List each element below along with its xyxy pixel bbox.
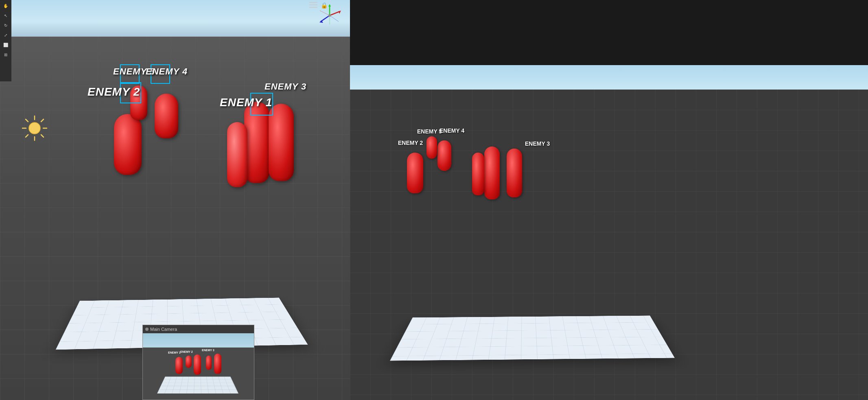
toolbar-move-icon[interactable]: ↖ <box>2 11 10 20</box>
game-capsule-extra <box>472 153 484 195</box>
svg-point-9 <box>328 14 331 17</box>
svg-point-10 <box>29 122 40 134</box>
svg-marker-1 <box>328 4 331 7</box>
svg-line-16 <box>41 135 44 137</box>
scene-gizmo[interactable] <box>317 3 342 28</box>
toolbar-transform-icon[interactable]: ⊞ <box>2 50 10 59</box>
mini-label-enemy3: ENEMY 3 <box>202 349 214 352</box>
mini-platform <box>157 377 238 393</box>
game-capsule-enemy4 <box>437 140 451 171</box>
enemy2-capsule <box>114 114 142 175</box>
enemy3-label: ENEMY 3 <box>265 81 306 92</box>
mini-camera-preview: Main Camera ENEMY 1 ENEMY 2 ENEMY 3 <box>142 325 254 400</box>
svg-line-4 <box>321 15 330 22</box>
toolbar-scale-icon[interactable]: ⤢ <box>2 31 10 39</box>
right-panel: ENEMY 5 ENEMY 4 ENEMY 2 ENEMY 3 <box>350 0 868 400</box>
main-container: ✋ ↖ ↻ ⤢ ⬜ ⊞ 🔒 <box>0 0 868 400</box>
enemy1-label: ENEMY 1 <box>220 96 272 109</box>
svg-line-7 <box>320 11 330 15</box>
mini-capsule-5 <box>214 354 221 374</box>
svg-line-8 <box>330 15 339 22</box>
mini-label-enemy2: ENEMY 2 <box>180 350 193 353</box>
game-enemy3-label: ENEMY 3 <box>525 140 550 147</box>
svg-marker-3 <box>339 11 341 14</box>
toolbar-hand-icon[interactable]: ✋ <box>2 2 10 10</box>
scene-menu-icon[interactable] <box>309 2 317 8</box>
mini-camera-body: ENEMY 1 ENEMY 2 ENEMY 3 <box>143 333 254 400</box>
game-enemy2-label: ENEMY 2 <box>398 140 423 146</box>
mini-sky <box>143 333 254 348</box>
mini-label-enemy1: ENEMY 1 <box>168 351 181 354</box>
enemy2-label: ENEMY 2 <box>87 85 140 98</box>
mini-camera-dot <box>145 328 149 331</box>
game-enemy4-label: ENEMY 4 <box>439 127 464 134</box>
scene-sky <box>0 0 350 37</box>
svg-line-2 <box>330 11 340 15</box>
toolbar-rect-icon[interactable]: ⬜ <box>2 41 10 49</box>
svg-line-15 <box>26 119 28 122</box>
game-capsule-enemy2 <box>407 153 423 193</box>
mini-capsule-4 <box>206 356 212 370</box>
enemy4-label: ENEMY 4 <box>146 66 188 77</box>
game-capsule-enemy5 <box>426 136 437 159</box>
sun-icon <box>20 114 49 142</box>
enemy6-capsule <box>227 122 247 187</box>
scene-view: ✋ ↖ ↻ ⤢ ⬜ ⊞ 🔒 <box>0 0 350 400</box>
svg-line-18 <box>26 135 28 137</box>
mini-capsule-2 <box>186 356 192 368</box>
toolbar-rotate-icon[interactable]: ↻ <box>2 21 10 29</box>
mini-camera-title: Main Camera <box>150 327 177 332</box>
enemy4-capsule <box>155 94 178 138</box>
game-view: ENEMY 5 ENEMY 4 ENEMY 2 ENEMY 3 <box>350 65 868 400</box>
game-sky <box>350 65 868 90</box>
mini-capsule-3 <box>194 354 201 375</box>
mini-camera-header: Main Camera <box>143 325 254 333</box>
game-platform <box>390 315 675 361</box>
svg-line-17 <box>41 119 44 122</box>
game-capsule-enemy1 <box>484 146 500 199</box>
game-capsule-enemy3 <box>507 149 522 197</box>
mini-capsule-1 <box>175 357 183 374</box>
scene-toolbar: ✋ ↖ ↻ ⤢ ⬜ ⊞ <box>0 0 11 81</box>
right-top-area <box>350 0 868 65</box>
game-enemy5-label: ENEMY 5 <box>417 128 442 135</box>
